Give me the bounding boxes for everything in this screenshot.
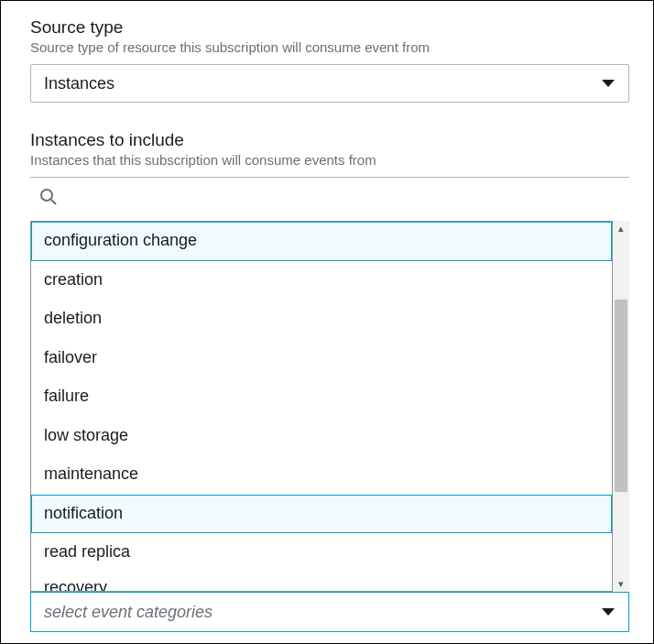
caret-down-icon [601, 79, 616, 88]
option-creation[interactable]: creation [31, 261, 612, 300]
source-type-label: Source type [30, 17, 629, 38]
option-list: configuration change creation deletion f… [30, 221, 613, 592]
scroll-down-icon[interactable]: ▾ [618, 579, 624, 589]
option-maintenance[interactable]: maintenance [31, 455, 612, 495]
caret-down-icon [601, 607, 616, 617]
option-recovery[interactable]: recovery [31, 573, 612, 593]
scrollbar[interactable]: ▴ ▾ [613, 221, 629, 592]
source-type-select[interactable]: Instances [30, 64, 629, 103]
scrollbar-track[interactable] [613, 235, 629, 577]
event-categories-placeholder: select event categories [44, 603, 213, 622]
option-deletion[interactable]: deletion [31, 300, 612, 339]
search-box[interactable] [30, 177, 629, 219]
instances-description: Instances that this subscription will co… [30, 152, 629, 168]
option-failover[interactable]: failover [31, 339, 612, 378]
source-type-description: Source type of resource this subscriptio… [30, 39, 629, 55]
option-low-storage[interactable]: low storage [31, 417, 612, 456]
scrollbar-thumb[interactable] [615, 300, 627, 492]
option-failure[interactable]: failure [31, 377, 612, 417]
form-frame: Source type Source type of resource this… [0, 0, 654, 644]
svg-point-0 [41, 190, 52, 201]
option-configuration-change[interactable]: configuration change [31, 222, 612, 261]
search-icon [39, 188, 58, 210]
instances-label: Instances to include [30, 130, 629, 150]
event-categories-select[interactable]: select event categories [30, 592, 629, 632]
option-notification[interactable]: notification [31, 495, 612, 534]
search-input[interactable] [58, 190, 629, 208]
options-dropdown: configuration change creation deletion f… [30, 221, 629, 592]
svg-line-1 [51, 200, 56, 204]
scroll-up-icon[interactable]: ▴ [618, 224, 624, 234]
source-type-value: Instances [44, 74, 114, 93]
option-read-replica[interactable]: read replica [31, 533, 612, 573]
